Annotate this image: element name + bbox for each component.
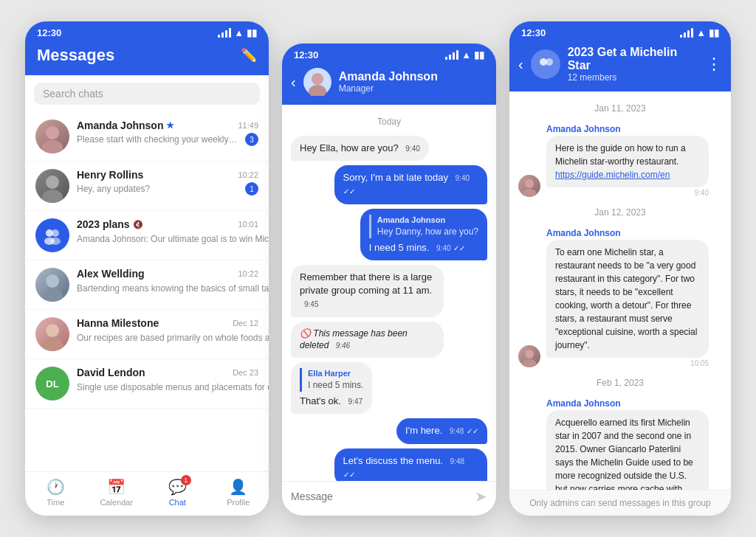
chat-name-henry: Henry Rollins: [77, 169, 143, 181]
group-msg-bubble-1: Here is the guide on how to run a Michel…: [546, 136, 709, 187]
chat-preview-amanda: Please start with checking your weekly s…: [77, 134, 239, 145]
chat-time-david: Dec 23: [233, 368, 258, 377]
message-input-bar: ➤: [282, 481, 496, 511]
more-button[interactable]: ⋮: [706, 55, 722, 74]
mute-icon: 🔇: [133, 220, 143, 229]
date-jan12: Jan 12, 2023: [518, 207, 722, 218]
chat-info-amanda: Amanda Johnson ★ 11:49 Please start with…: [77, 119, 258, 146]
chat-name-hanna: Hanna Milestone: [77, 317, 159, 329]
messages-header: Messages ✏️: [25, 41, 269, 75]
msg-bubble-6: Ella Harper I need 5 mins. That's ok. 9:…: [291, 362, 372, 414]
chat-item-henry[interactable]: Henry Rollins 10:22 Hey, any updates? 1: [25, 162, 269, 211]
group-avatar-1: [518, 175, 540, 197]
badge-henry: 1: [245, 182, 258, 195]
search-bar[interactable]: Search chats: [34, 83, 260, 105]
group-avatar: [531, 49, 560, 79]
phone-messages-list: 12:30 ▲ ▮▮ Messages ✏️ Search chats: [25, 21, 269, 516]
msg-bubble-8: Let's discuss the menu. 9:48 ✓✓: [334, 448, 487, 481]
group-msg-3: Amanda Johnson Acquerello earned its fir…: [518, 398, 722, 490]
admin-bar: Only admins can send messages in this gr…: [509, 490, 731, 516]
msg-1: Hey Ella, how are you? 9:40: [291, 136, 429, 161]
status-icons-1: ▲ ▮▮: [218, 27, 257, 38]
quoted-msg-6: Ella Harper I need 5 mins.: [300, 368, 363, 392]
time-3: 12:30: [521, 27, 546, 38]
quoted-msg-3: Amanda Johnson Hey Danny, how are you?: [369, 215, 478, 238]
group-back-button[interactable]: ‹: [518, 56, 523, 73]
chat-header: ‹ Amanda Johnson Manager: [282, 63, 496, 105]
msg-8: Let's discuss the menu. 9:48 ✓✓: [334, 448, 487, 481]
msg-3: Amanda Johnson Hey Danny, how are you? I…: [360, 209, 487, 260]
message-input[interactable]: [291, 491, 469, 502]
check-7: ✓✓: [467, 427, 478, 435]
chat-header-info: Amanda Johnson Manager: [339, 70, 487, 94]
nav-calendar-label: Calendar: [100, 498, 133, 507]
msg-bubble-1: Hey Ella, how are you? 9:40: [291, 136, 429, 161]
wifi-icon-3: ▲: [696, 27, 706, 38]
search-placeholder: Search chats: [43, 88, 103, 100]
nav-time[interactable]: 🕐 Time: [25, 478, 86, 507]
wifi-icon: ▲: [234, 27, 244, 38]
nav-chat[interactable]: 💬 1 Chat: [147, 478, 208, 507]
group-msg-bubble-2: To earn one Michelin star, a restaurant …: [546, 240, 709, 358]
edit-icon[interactable]: ✏️: [241, 47, 257, 63]
avatar-alex: [35, 268, 69, 302]
chat-name-amanda: Amanda Johnson ★: [77, 119, 174, 131]
check-3: ✓✓: [453, 244, 465, 252]
nav-calendar[interactable]: 📅 Calendar: [86, 478, 148, 507]
status-bar-2: 12:30 ▲ ▮▮: [282, 44, 496, 63]
back-button[interactable]: ‹: [291, 74, 296, 91]
svg-point-2: [46, 176, 59, 189]
svg-point-1: [42, 140, 63, 153]
avatar-henry: [35, 169, 69, 203]
chat-item-plans[interactable]: 2023 plans 🔇 10:01 Amanda Johnson: Our u…: [25, 211, 269, 260]
status-icons-2: ▲ ▮▮: [445, 49, 484, 60]
svg-point-13: [309, 85, 326, 96]
msg-2: Sorry, I'm a bit late today 9:40 ✓✓: [334, 165, 487, 204]
wifi-icon-2: ▲: [461, 49, 471, 60]
svg-point-18: [525, 350, 534, 358]
time-1: 12:30: [37, 27, 61, 38]
svg-point-8: [46, 274, 59, 288]
svg-point-15: [546, 58, 553, 66]
svg-point-5: [52, 229, 59, 237]
chat-item-amanda[interactable]: Amanda Johnson ★ 11:49 Please start with…: [25, 112, 269, 162]
chat-preview-plans: Amanda Johnson: Our ultimate goal is to …: [77, 234, 269, 244]
group-members: 12 members: [568, 72, 698, 83]
signal-icon-3: [680, 28, 693, 38]
chat-time-amanda: 11:49: [238, 121, 258, 130]
nav-profile[interactable]: 👤 Profile: [208, 478, 269, 507]
date-separator: Today: [291, 117, 487, 127]
status-bar-3: 12:30 ▲ ▮▮: [509, 21, 731, 41]
svg-point-3: [42, 190, 63, 203]
svg-point-7: [50, 238, 61, 245]
chat-item-alex[interactable]: Alex Wellding 10:22 Bartending means kno…: [25, 260, 269, 310]
chat-name-plans: 2023 plans 🔇: [77, 218, 143, 230]
chat-info-hanna: Hanna Milestone Dec 12 Our recipes are b…: [77, 317, 258, 344]
chat-time-henry: 10:22: [238, 170, 258, 179]
chat-time-hanna: Dec 12: [233, 319, 258, 328]
status-bar-1: 12:30 ▲ ▮▮: [25, 21, 269, 41]
chat-info-henry: Henry Rollins 10:22 Hey, any updates? 1: [77, 169, 258, 195]
chat-info-plans: 2023 plans 🔇 10:01 Amanda Johnson: Our u…: [77, 218, 258, 245]
messages-area: Today Hey Ella, how are you? 9:40 Sorry,…: [282, 105, 496, 481]
nav-time-label: Time: [47, 498, 64, 507]
chat-preview-henry: Hey, any updates?: [77, 184, 150, 194]
chat-contact-role: Manager: [339, 83, 487, 94]
michelin-link[interactable]: https://guide.michelin.com/en: [555, 170, 670, 180]
chat-time-alex: 10:22: [238, 269, 258, 278]
chat-item-hanna[interactable]: Hanna Milestone Dec 12 Our recipes are b…: [25, 310, 269, 359]
chat-item-david[interactable]: DL David Lendon Dec 23 Single use dispos…: [25, 359, 269, 409]
chat-info-alex: Alex Wellding 10:22 Bartending means kno…: [77, 268, 258, 294]
svg-point-11: [42, 338, 63, 351]
time-2: 12:30: [294, 49, 318, 60]
avatar-hanna: [35, 317, 69, 351]
group-msg-bubble-3: Acquerello earned its first Michelin sta…: [546, 410, 709, 490]
messages-title: Messages: [37, 46, 114, 65]
send-button[interactable]: ➤: [475, 488, 487, 505]
svg-point-17: [522, 189, 537, 197]
chat-nav-badge: 1: [181, 475, 191, 485]
svg-point-0: [46, 126, 59, 139]
svg-point-12: [312, 73, 323, 85]
chat-info-david: David Lendon Dec 23 Single use disposabl…: [77, 367, 258, 393]
msg-bubble-3: Amanda Johnson Hey Danny, how are you? I…: [360, 209, 487, 260]
